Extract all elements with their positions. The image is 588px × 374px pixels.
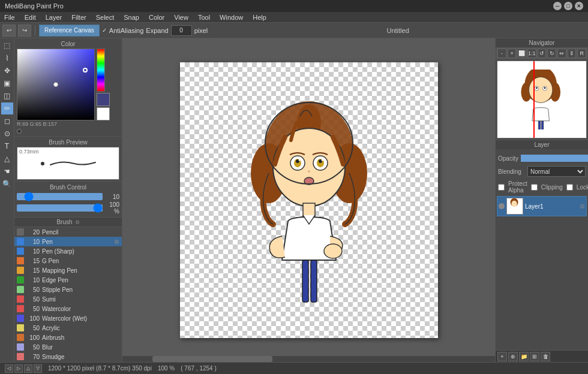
status-nav-next[interactable]: ▷ xyxy=(14,364,23,373)
menu-file[interactable]: File xyxy=(2,14,17,21)
brush-size-slider[interactable] xyxy=(17,193,103,200)
layer-visibility[interactable] xyxy=(499,203,505,209)
brush-size-num: 50 xyxy=(26,296,40,303)
layer-thumb-svg xyxy=(507,198,523,214)
figure-tool[interactable]: △ xyxy=(1,153,13,165)
brush-opacity-slider[interactable] xyxy=(17,204,103,212)
nav-actual[interactable]: 1:1 xyxy=(527,49,536,58)
clipping-checkbox[interactable] xyxy=(531,184,538,191)
layer-copy-button[interactable]: ⊕ xyxy=(508,352,518,361)
hand-tool[interactable]: ☚ xyxy=(1,165,13,177)
layer-delete-button[interactable]: 🗑 xyxy=(541,352,550,361)
reference-canvas-tab[interactable]: Reference Canvas xyxy=(39,25,100,37)
brush-item[interactable]: 50 Acrylic xyxy=(14,323,122,333)
titlebar: MediBang Paint Pro ─ □ ✕ xyxy=(0,0,588,12)
blending-select[interactable]: Normal Multiply Screen xyxy=(527,166,586,177)
svg-rect-21 xyxy=(311,260,317,302)
expand-input[interactable] xyxy=(171,25,192,36)
menu-window[interactable]: Window xyxy=(218,14,245,21)
menu-snap[interactable]: Snap xyxy=(122,14,141,21)
color-spectrum[interactable] xyxy=(97,49,105,92)
brush-color-swatch xyxy=(17,315,24,322)
brush-item[interactable]: 10 Pen (Sharp) xyxy=(14,246,122,256)
brush-item[interactable]: 70 Smudge xyxy=(14,352,122,361)
brush-item[interactable]: 20 Pencil xyxy=(14,227,122,237)
pixel-label: pixel xyxy=(194,27,208,34)
layer-controls: Opacity 100 % Blending Normal Multiply S… xyxy=(496,149,588,179)
canvas-wrapper xyxy=(180,62,438,338)
foreground-color-swatch[interactable] xyxy=(97,93,110,106)
layer-merge-button[interactable]: ⊞ xyxy=(530,352,539,361)
color-dot[interactable] xyxy=(17,129,22,134)
color-picker-area[interactable] xyxy=(17,49,119,120)
brush-item[interactable]: 50 Watercolor xyxy=(14,304,122,313)
status-nav-prev[interactable]: ◁ xyxy=(5,364,13,373)
layer-settings-icon[interactable]: ⚙ xyxy=(580,203,585,210)
brush-item[interactable]: 10 Edge Pen xyxy=(14,275,122,285)
lock-checkbox[interactable] xyxy=(566,184,573,191)
brush-tool[interactable]: ✏ xyxy=(1,102,13,114)
move-tool[interactable]: ✥ xyxy=(1,65,13,77)
antialias-checkbox[interactable]: ✓ xyxy=(102,27,107,34)
nav-flip-h[interactable]: ⇔ xyxy=(557,49,566,58)
canvas-area[interactable] xyxy=(122,38,495,362)
brush-item[interactable]: 100 Sparkle Brush xyxy=(14,361,122,362)
horizontal-scrollbar[interactable] xyxy=(122,356,495,362)
layer-add-button[interactable]: + xyxy=(497,352,507,361)
brush-item[interactable]: 15 G Pen xyxy=(14,256,122,266)
brush-item[interactable]: 50 Blur xyxy=(14,342,122,352)
nav-zoom-in[interactable]: + xyxy=(508,49,517,58)
maximize-button[interactable]: □ xyxy=(564,2,572,10)
brush-item[interactable]: 50 Sumi xyxy=(14,294,122,304)
select-tool[interactable]: ⬚ xyxy=(1,40,13,52)
close-button[interactable]: ✕ xyxy=(575,2,583,10)
minimize-button[interactable]: ─ xyxy=(553,2,562,10)
brush-settings-icon[interactable]: ⚙ xyxy=(114,239,119,245)
fill-tool[interactable]: ▣ xyxy=(1,77,13,89)
redo-button[interactable]: ↪ xyxy=(18,25,31,37)
brush-color-swatch xyxy=(17,305,24,312)
nav-flip-v[interactable]: ⇕ xyxy=(568,49,577,58)
status-nav-up[interactable]: △ xyxy=(24,364,32,373)
protect-alpha-checkbox[interactable] xyxy=(498,184,505,191)
menu-tool[interactable]: Tool xyxy=(196,14,212,21)
brush-item[interactable]: 100 Airbrush xyxy=(14,333,122,342)
nav-zoom-out[interactable]: - xyxy=(497,49,506,58)
nav-rotate-right[interactable]: ↻ xyxy=(547,49,556,58)
brush-item[interactable]: 10 Pen ⚙ xyxy=(14,237,122,246)
brush-item[interactable]: 50 Stipple Pen xyxy=(14,285,122,294)
nav-rotate-left[interactable]: ↺ xyxy=(538,49,547,58)
brush-item[interactable]: 15 Mapping Pen xyxy=(14,266,122,275)
opacity-label: Opacity xyxy=(498,155,518,162)
svg-rect-20 xyxy=(302,260,308,302)
opacity-slider[interactable] xyxy=(521,155,588,162)
brush-name: Blur xyxy=(42,344,119,351)
menu-edit[interactable]: Edit xyxy=(23,14,38,21)
brush-list-settings-icon[interactable]: ⚙ xyxy=(75,219,80,225)
lasso-tool[interactable]: ⌇ xyxy=(1,52,13,64)
menu-select[interactable]: Select xyxy=(94,14,116,21)
eyedropper-tool[interactable]: ⊙ xyxy=(1,128,13,140)
layer-folder-button[interactable]: 📁 xyxy=(519,352,529,361)
eraser-tool[interactable]: ◻ xyxy=(1,115,13,127)
menubar: File Edit Layer Filter Select Snap Color… xyxy=(0,12,588,23)
layer-item[interactable]: Layer1 ⚙ xyxy=(497,196,587,216)
undo-button[interactable]: ↩ xyxy=(2,25,16,37)
zoom-tool[interactable]: 🔍 xyxy=(1,178,13,190)
gradient-tool[interactable]: ◫ xyxy=(1,90,13,102)
menu-color[interactable]: Color xyxy=(147,14,166,21)
layer-section: Layer Opacity 100 % Blending Normal Mult… xyxy=(496,140,588,362)
nav-reset[interactable]: R xyxy=(577,49,586,58)
menu-layer[interactable]: Layer xyxy=(44,14,64,21)
status-nav-down[interactable]: ▽ xyxy=(34,364,42,373)
statusbar: ◁ ▷ △ ▽ 1200 * 1200 pixel (8.7 * 8.7cm) … xyxy=(0,362,588,374)
text-tool[interactable]: T xyxy=(1,140,13,152)
menu-filter[interactable]: Filter xyxy=(70,14,88,21)
menu-view[interactable]: View xyxy=(172,14,190,21)
menu-help[interactable]: Help xyxy=(251,14,268,21)
brush-item[interactable]: 100 Watercolor (Wet) xyxy=(14,313,122,323)
background-color-swatch[interactable] xyxy=(97,107,110,120)
left-toolbar: ⬚ ⌇ ✥ ▣ ◫ ✏ ◻ ⊙ T △ ☚ 🔍 xyxy=(0,38,14,362)
nav-fit[interactable]: ⬜ xyxy=(517,49,526,58)
scrollbar-thumb[interactable] xyxy=(152,356,272,362)
